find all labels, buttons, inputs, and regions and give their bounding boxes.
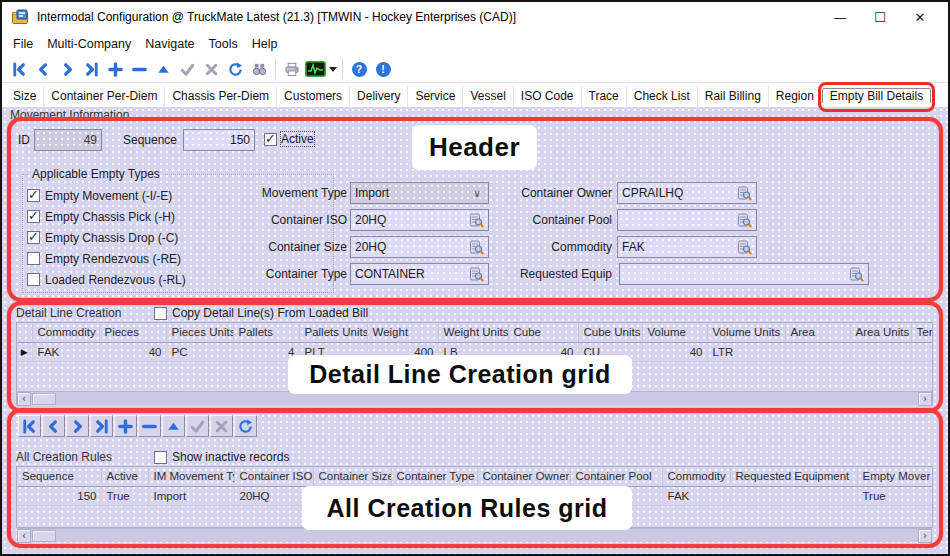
empty-type-checkbox[interactable] [27,231,40,244]
active-checkbox-label[interactable]: Active [281,132,314,146]
grid-cell[interactable]: LTR [707,342,785,361]
empty-type-checkbox[interactable] [27,273,40,286]
column-header-cube-units[interactable]: Cube Units [578,323,642,342]
requested-equip-field[interactable] [619,263,869,285]
column-header-requested-equipment[interactable]: Requested Equipment [730,467,857,486]
lookup-icon[interactable] [468,266,484,282]
column-header-im-movement-type[interactable]: IM Movement Type [148,467,234,486]
column-header-empty-mover[interactable]: Empty Mover [857,467,933,486]
column-header-commodity[interactable]: Commodity [662,467,730,486]
tab-delivery[interactable]: Delivery [350,86,408,107]
menu-navigate[interactable]: Navigate [138,32,201,56]
container-type-field[interactable]: CONTAINER [350,263,489,285]
tab-trace[interactable]: Trace [582,86,627,107]
cancel-record-button[interactable] [210,415,233,437]
lookup-icon[interactable] [736,185,752,201]
tab-iso-code[interactable]: ISO Code [514,86,582,107]
column-header-container-size[interactable]: Container Size [313,467,391,486]
column-header-weight-units[interactable]: Weight Units [438,323,508,342]
grid-cell[interactable]: Import [148,486,234,505]
delete-record-button[interactable] [138,415,161,437]
menu-multi-company[interactable]: Multi-Company [40,32,138,56]
lookup-icon[interactable] [736,212,752,228]
last-icon[interactable] [79,57,103,81]
container-owner-field[interactable]: CPRAILHQ [617,182,757,204]
empty-type-checkbox[interactable] [27,252,40,265]
lookup-icon[interactable] [468,239,484,255]
scroll-right-icon[interactable]: › [918,529,932,543]
tab-service[interactable]: Service [408,86,463,107]
edit-icon[interactable] [151,57,175,81]
grid-cell[interactable] [911,342,933,361]
tab-container-per-diem[interactable]: Container Per-Diem [44,86,165,107]
next-record-button[interactable] [66,415,89,437]
menu-help[interactable]: Help [245,32,285,56]
grid-cell[interactable] [730,486,857,505]
tab-size[interactable]: Size [6,86,44,107]
minimize-button[interactable]: — [820,3,860,31]
lookup-icon[interactable] [736,239,752,255]
grid-cell[interactable]: FAK [662,486,730,505]
cancel-icon[interactable] [199,57,223,81]
chevron-down-icon[interactable]: ∨ [470,187,484,200]
column-header-pieces[interactable]: Pieces [99,323,166,342]
grid-cell[interactable]: True [857,486,933,505]
scroll-thumb[interactable] [32,393,56,405]
refresh-record-button[interactable] [234,415,257,437]
scroll-left-icon[interactable]: ‹ [17,392,31,406]
tab-chassis-per-diem[interactable]: Chassis Per-Diem [165,86,277,107]
refresh-icon[interactable] [223,57,247,81]
column-header-active[interactable]: Active [101,467,148,486]
grid-cell[interactable] [850,342,911,361]
empty-type-checkbox[interactable] [27,189,40,202]
insert-record-button[interactable] [114,415,137,437]
column-header-sequence[interactable]: Sequence [17,467,101,486]
tab-rail-billing[interactable]: Rail Billing [698,86,769,107]
column-header-container-iso[interactable]: Container ISO [234,467,313,486]
find-icon[interactable] [247,57,271,81]
help-icon[interactable]: ? [347,57,371,81]
tab-empty-bill-details[interactable]: Empty Bill Details [822,88,931,103]
delete-icon[interactable] [127,57,151,81]
menu-file[interactable]: File [6,32,40,56]
show-inactive-checkbox[interactable] [154,451,167,464]
column-header-volume-units[interactable]: Volume Units [707,323,785,342]
grid-cell[interactable]: 40 [642,342,707,361]
tab-customers[interactable]: Customers [277,86,350,107]
column-header-container-type[interactable]: Container Type [391,467,477,486]
empty-type-checkbox[interactable] [27,210,40,223]
menu-tools[interactable]: Tools [202,32,245,56]
copy-detail-checkbox[interactable] [154,307,167,320]
column-header-weight[interactable]: Weight [367,323,438,342]
column-header-pieces-units[interactable]: Pieces Units [166,323,233,342]
grid-cell[interactable]: FAK [32,342,99,361]
column-header-area[interactable]: Area [785,323,850,342]
post-icon[interactable] [175,57,199,81]
container-iso-field[interactable]: 20HQ [350,209,489,231]
grid-cell[interactable] [785,342,850,361]
insert-icon[interactable] [103,57,127,81]
column-header-ter[interactable]: Ter [911,323,933,342]
maximize-button[interactable]: ☐ [860,3,900,31]
next-icon[interactable] [55,57,79,81]
tab-check-list[interactable]: Check List [627,86,698,107]
post-record-button[interactable] [186,415,209,437]
first-icon[interactable] [7,57,31,81]
scroll-left-icon[interactable]: ‹ [17,529,31,543]
column-header-container-owner[interactable]: Container Owner [477,467,570,486]
scroll-thumb[interactable] [32,530,56,542]
print-icon[interactable] [280,57,304,81]
column-header-area-units[interactable]: Area Units [850,323,911,342]
tab-vessel[interactable]: Vessel [463,86,513,107]
column-header-container-pool[interactable]: Container Pool [570,467,662,486]
last-record-button[interactable] [90,415,113,437]
active-checkbox[interactable] [264,133,277,146]
column-header-volume[interactable]: Volume [642,323,707,342]
lookup-icon[interactable] [848,266,864,282]
container-size-field[interactable]: 20HQ [350,236,489,258]
edit-record-button[interactable] [162,415,185,437]
movement-type-field[interactable]: Import∨ [350,182,489,204]
column-header-pallets[interactable]: Pallets [233,323,299,342]
prior-icon[interactable] [31,57,55,81]
close-button[interactable]: ✕ [900,3,940,31]
